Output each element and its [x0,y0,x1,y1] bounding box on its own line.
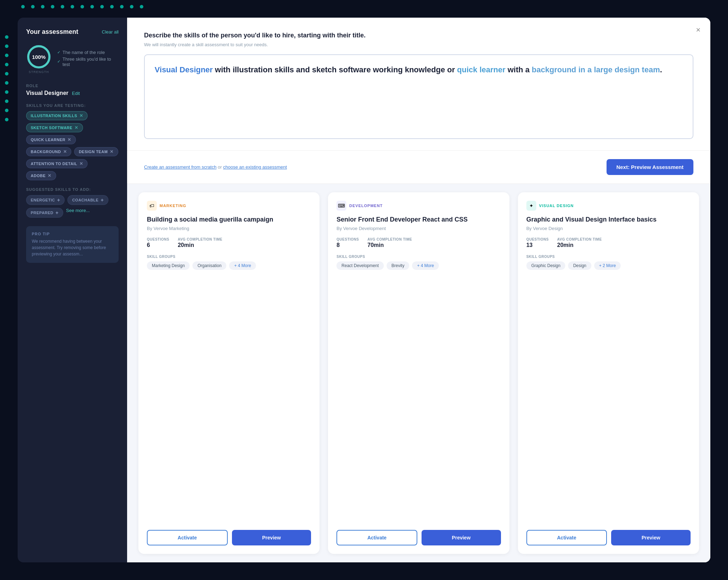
see-more-link[interactable]: See more... [66,208,90,218]
checklist-item-2: ✓ Three skills you'd like to test [57,56,119,67]
progress-section: 100% STRENGTH ✓ The name of the role ✓ T… [26,44,119,74]
card-stats-marketing: QUESTIONS 6 AVG COMPLETION TIME 20min [147,237,311,248]
progress-text: 100% [32,54,46,60]
skill-tag-more-development: + 4 More [412,261,439,270]
preview-button-design[interactable]: Preview [611,530,691,545]
skill-tag-close-sketch[interactable]: ✕ [74,125,78,130]
skill-tag-illustration[interactable]: ILLUSTRATION SKILLS ✕ [26,111,88,120]
card-visual-design: ✦ VISUAL DESIGN Graphic and Visual Desig… [518,192,699,554]
skill-tag-organisation: Organisation [192,261,226,270]
skill-tag-more-marketing: + 4 More [229,261,256,270]
skill-tag-label-sketch: SKETCH SOFTWARE [31,126,72,130]
footer-or-text: or [218,164,223,170]
skill-tag-close-background[interactable]: ✕ [63,149,67,154]
editor-visual-designer: Visual Designer [155,65,213,74]
edit-role-button[interactable]: Edit [72,91,80,96]
checklist-item-1: ✓ The name of the role [57,50,119,55]
skill-tag-more-design: + 2 More [594,261,621,270]
skill-tag-brevity: Brevity [387,261,410,270]
skill-tag-design-team[interactable]: DESIGN TEAM ✕ [74,147,118,156]
card-title-development: Senior Front End Developer React and CSS [336,216,501,224]
add-icon-coachable[interactable]: + [101,197,104,203]
editor-quick-learner: quick learner [457,65,506,74]
questions-value-development: 8 [336,242,359,248]
activate-button-design[interactable]: Activate [526,530,607,545]
next-preview-button[interactable]: Next: Preview Assessment [607,159,693,175]
skill-tag-background[interactable]: BACKGROUND ✕ [26,147,71,156]
activate-button-development[interactable]: Activate [336,530,417,545]
suggested-tag-energetic[interactable]: ENERGETIC + [26,195,65,205]
skill-tag-adobe[interactable]: ADOBE ✕ [26,171,56,180]
skill-tag-close-design-team[interactable]: ✕ [110,149,114,154]
modal-dialog: × Describe the skills of the person you'… [127,18,710,151]
choose-existing-link[interactable]: choose an existing assessment [223,164,287,170]
activate-button-marketing[interactable]: Activate [147,530,228,545]
suggested-tag-label-prepared: PREPARED [31,211,53,215]
strength-label: STRENGTH [29,70,49,74]
card-title-design: Graphic and Visual Design Interface basi… [526,216,691,224]
skill-tag-close-attention[interactable]: ✕ [79,161,83,166]
card-stats-development: QUESTIONS 8 AVG COMPLETION TIME 70min [336,237,501,248]
stat-questions-marketing: QUESTIONS 6 [147,237,169,248]
editor-background: background [532,65,576,74]
time-label-marketing: AVG COMPLETION TIME [178,237,222,241]
card-author-marketing: By Vervoe Marketing [147,226,311,231]
card-marketing: 🏷 MARKETING Building a social media guer… [138,192,320,554]
text-editor[interactable]: Visual Designer with illustration skills… [144,54,693,139]
pro-tip-label: PRO TIP [32,232,113,236]
skill-tag-label-adobe: ADOBE [31,174,46,178]
skill-tags-marketing: Marketing Design Organisation + 4 More [147,261,311,523]
design-category-label: VISUAL DESIGN [539,204,574,208]
card-category-row-development: ⌨ DEVELOPMENT [336,201,501,211]
suggested-tag-coachable[interactable]: COACHABLE + [67,195,108,205]
skill-tag-quick[interactable]: QUICK LEARNER ✕ [26,135,76,144]
check-icon-1: ✓ [57,50,60,55]
card-actions-design: Activate Preview [526,530,691,545]
add-icon-energetic[interactable]: + [57,197,60,203]
stat-questions-development: QUESTIONS 8 [336,237,359,248]
clear-all-button[interactable]: Clear all [102,29,119,35]
checklist: ✓ The name of the role ✓ Three skills yo… [57,50,119,68]
skill-tag-close-quick[interactable]: ✕ [67,137,71,142]
skill-tag-close-illustration[interactable]: ✕ [79,113,83,118]
design-icon: ✦ [526,201,536,211]
check-icon-2: ✓ [57,59,60,64]
add-icon-prepared[interactable]: + [55,210,59,216]
skill-tag-sketch[interactable]: SKETCH SOFTWARE ✕ [26,123,83,132]
modal-close-button[interactable]: × [696,26,700,34]
suggested-tag-prepared[interactable]: PREPARED + [26,208,63,218]
footer-links: Create an assessment from scratch or cho… [144,164,287,170]
modal-footer: Create an assessment from scratch or cho… [127,151,710,184]
editor-part7: . [660,65,662,74]
stat-time-development: AVG COMPLETION TIME 70min [368,237,412,248]
app-container: Your assessment Clear all 100% STRENGTH [18,18,710,562]
skill-tag-graphic-design: Graphic Design [526,261,566,270]
skill-tag-close-adobe[interactable]: ✕ [48,173,52,178]
time-value-development: 70min [368,242,412,248]
sidebar-title: Your assessment [26,28,78,36]
modal-title: Describe the skills of the person you'd … [144,32,693,39]
preview-button-marketing[interactable]: Preview [232,530,311,545]
skill-tag-label-quick: QUICK LEARNER [31,138,65,142]
card-stats-design: QUESTIONS 13 AVG COMPLETION TIME 20min [526,237,691,248]
time-label-development: AVG COMPLETION TIME [368,237,412,241]
progress-circle-wrapper: 100% STRENGTH [26,44,52,74]
skill-tags-development: React Development Brevity + 4 More [336,261,501,523]
skill-tag-label-background: BACKGROUND [31,150,61,154]
preview-button-development[interactable]: Preview [422,530,501,545]
marketing-category-label: MARKETING [160,204,186,208]
card-development: ⌨ DEVELOPMENT Senior Front End Developer… [328,192,509,554]
questions-value-marketing: 6 [147,242,169,248]
development-icon: ⌨ [336,201,346,211]
skill-tag-attention[interactable]: ATTENTION TO DETAIL ✕ [26,159,88,168]
suggested-tag-label-coachable: COACHABLE [72,198,99,202]
questions-label-development: QUESTIONS [336,237,359,241]
progress-percent: 100% [32,54,46,60]
create-from-scratch-link[interactable]: Create an assessment from scratch [144,164,216,170]
stat-questions-design: QUESTIONS 13 [526,237,549,248]
role-name: Visual Designer [26,90,68,96]
card-actions-marketing: Activate Preview [147,530,311,545]
pro-tip: PRO TIP We recommend having between your… [26,226,119,263]
questions-value-design: 13 [526,242,549,248]
skill-tags-design: Graphic Design Design + 2 More [526,261,691,523]
